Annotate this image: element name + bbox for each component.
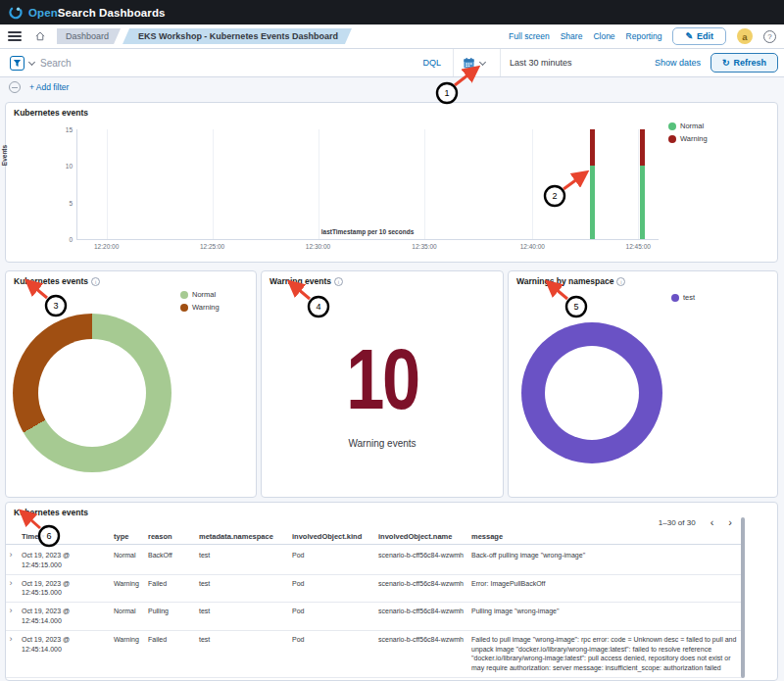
col-reason[interactable]: reason bbox=[148, 532, 199, 541]
bar-segment-normal[interactable] bbox=[590, 166, 595, 239]
x-tick-label: 12:25:00 bbox=[200, 243, 224, 250]
info-icon[interactable]: i bbox=[616, 277, 625, 286]
row-expand-icon[interactable]: › bbox=[6, 635, 22, 673]
row-expand-icon[interactable]: › bbox=[6, 607, 22, 626]
legend-dot-icon bbox=[668, 135, 676, 143]
y-axis-label: Events bbox=[1, 100, 8, 211]
query-bar: DQL Last 30 minutes Show dates ↻ Refresh bbox=[0, 49, 784, 77]
legend-label: Warning bbox=[192, 303, 220, 312]
legend-dot-icon bbox=[671, 294, 679, 302]
cell-kind: Pod bbox=[292, 579, 378, 599]
x-tick-label: 12:45:00 bbox=[626, 243, 651, 250]
info-icon[interactable]: i bbox=[334, 277, 343, 286]
menu-icon[interactable] bbox=[8, 31, 22, 41]
legend-item-warning[interactable]: Warning bbox=[180, 303, 220, 312]
bar-segment-warning[interactable] bbox=[590, 129, 595, 166]
share-link[interactable]: Share bbox=[561, 31, 583, 41]
col-metadata-namespace[interactable]: metadata.namespace bbox=[199, 532, 292, 541]
gridline bbox=[318, 129, 319, 239]
col-type[interactable]: type bbox=[114, 532, 148, 541]
refresh-button[interactable]: ↻ Refresh bbox=[710, 53, 778, 73]
cell-kind: Pod bbox=[292, 635, 378, 673]
cell-time: Oct 19, 2023 @ 12:45:14.000 bbox=[22, 635, 114, 673]
legend-item-normal[interactable]: Normal bbox=[668, 122, 708, 130]
saved-query-chevron-icon[interactable] bbox=[28, 58, 35, 65]
clone-link[interactable]: Clone bbox=[593, 31, 614, 41]
calendar-icon bbox=[463, 57, 475, 70]
cell-kind: Pod bbox=[292, 607, 378, 626]
full-screen-link[interactable]: Full screen bbox=[509, 31, 550, 41]
row-expand-icon[interactable]: › bbox=[6, 551, 22, 570]
edit-button[interactable]: ✎ Edit bbox=[672, 27, 726, 45]
legend-item-warning[interactable]: Warning bbox=[668, 134, 708, 143]
gridline bbox=[638, 129, 639, 239]
gridline bbox=[424, 129, 425, 239]
table-scrollbar[interactable] bbox=[741, 517, 745, 678]
avatar[interactable]: a bbox=[737, 28, 753, 44]
home-icon[interactable] bbox=[34, 30, 46, 42]
help-icon[interactable]: ? bbox=[763, 30, 776, 43]
bar-segment-warning[interactable] bbox=[640, 129, 645, 166]
add-filter-link[interactable]: + Add filter bbox=[29, 82, 69, 92]
cell-kind: Pod bbox=[292, 551, 378, 570]
cell-reason: Pulling bbox=[148, 607, 199, 626]
pagination-range: 1–30 of 30 bbox=[659, 518, 696, 527]
legend-item-normal[interactable]: Normal bbox=[180, 290, 220, 299]
dql-selector[interactable]: DQL bbox=[411, 58, 453, 68]
cell-name: scenario-b-cff56c84-wzwmh bbox=[378, 579, 471, 599]
col-involvedobject-kind[interactable]: involvedObject.kind bbox=[292, 532, 378, 541]
saved-query-icon[interactable] bbox=[10, 56, 24, 71]
cell-time: Oct 19, 2023 @ 12:45:15.000 bbox=[22, 551, 114, 570]
pagination-next-icon[interactable]: › bbox=[728, 517, 732, 528]
bar-segment-normal[interactable] bbox=[640, 166, 645, 239]
show-dates-link[interactable]: Show dates bbox=[655, 58, 701, 68]
search-input[interactable] bbox=[40, 58, 411, 69]
app-title: OpenSearch Dashboards bbox=[28, 7, 166, 19]
legend-dot-icon bbox=[180, 291, 188, 299]
table-row: ›Oct 19, 2023 @ 12:45:14.000NormalPullin… bbox=[6, 603, 743, 631]
cell-time: Oct 19, 2023 @ 12:45:15.000 bbox=[22, 579, 114, 599]
namespace-pie-legend: test bbox=[671, 293, 695, 302]
y-tick-label: 0 bbox=[69, 236, 73, 243]
x-tick-label: 12:40:00 bbox=[520, 243, 545, 250]
info-icon[interactable]: i bbox=[91, 277, 100, 286]
legend-item-test[interactable]: test bbox=[671, 293, 695, 302]
gridline bbox=[213, 129, 214, 239]
time-range-value[interactable]: Last 30 minutes bbox=[500, 49, 655, 76]
cell-message: Error: ImagePullBackOff bbox=[471, 579, 743, 599]
opensearch-logo-icon bbox=[9, 6, 23, 20]
cell-namespace: test bbox=[199, 607, 292, 626]
col-involvedobject-name[interactable]: involvedObject.name bbox=[378, 532, 471, 541]
x-tick-label: 12:30:00 bbox=[306, 243, 330, 250]
filter-menu-icon[interactable] bbox=[9, 81, 21, 93]
panel-warning-events-metric: Warning events i 10 Warning events bbox=[261, 270, 504, 498]
table-header: Time▼typereasonmetadata.namespaceinvolve… bbox=[6, 532, 743, 545]
col-time[interactable]: Time▼ bbox=[22, 532, 114, 541]
cell-reason: Failed bbox=[148, 579, 199, 599]
panel-title: Kubernetes events i bbox=[14, 276, 100, 286]
legend-dot-icon bbox=[668, 122, 676, 130]
gridline bbox=[532, 129, 533, 239]
donut-hole bbox=[545, 346, 639, 440]
breadcrumb-dashboard[interactable]: Dashboard bbox=[57, 28, 121, 44]
sort-down-icon: ▼ bbox=[40, 533, 45, 539]
cell-namespace: test bbox=[199, 579, 292, 599]
pagination-prev-icon[interactable]: ‹ bbox=[710, 517, 714, 528]
reporting-link[interactable]: Reporting bbox=[626, 31, 662, 41]
panel-warnings-by-namespace-pie: Warnings by namespace i test bbox=[508, 270, 778, 498]
donut-hole bbox=[38, 339, 146, 447]
date-picker-button[interactable] bbox=[453, 49, 500, 76]
legend-label: Normal bbox=[192, 290, 216, 299]
refresh-icon: ↻ bbox=[722, 58, 730, 68]
pagination: 1–30 of 30 ‹ › bbox=[659, 517, 732, 528]
cell-name: scenario-b-cff56c84-wzwmh bbox=[378, 635, 471, 673]
y-tick-label: 5 bbox=[69, 199, 73, 206]
cell-reason: BackOff bbox=[148, 551, 199, 570]
pencil-icon: ✎ bbox=[685, 31, 693, 41]
col-message[interactable]: message bbox=[471, 532, 743, 541]
legend-dot-icon bbox=[180, 304, 188, 312]
cell-message: Back-off pulling image "wrong-image" bbox=[471, 551, 743, 570]
legend-label: Normal bbox=[680, 122, 704, 130]
row-expand-icon[interactable]: › bbox=[6, 579, 22, 599]
events-pie-legend: NormalWarning bbox=[180, 290, 220, 312]
